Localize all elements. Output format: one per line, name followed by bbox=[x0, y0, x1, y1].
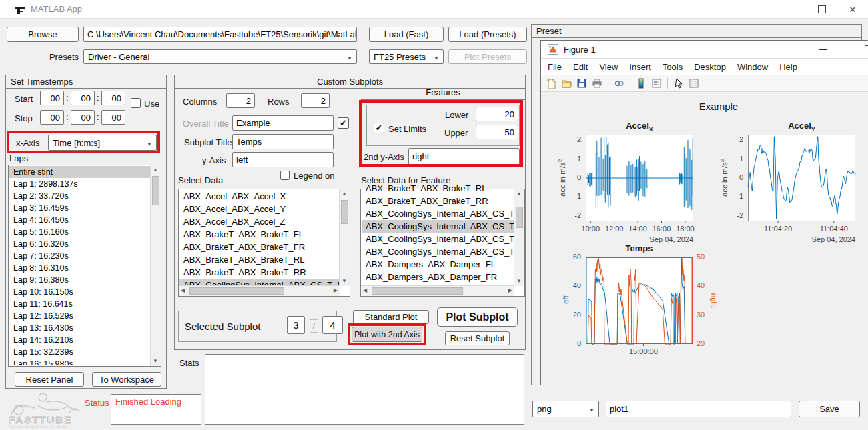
export-format-dropdown[interactable]: png bbox=[532, 401, 599, 417]
yaxis-field[interactable]: left bbox=[232, 152, 334, 167]
list-item[interactable]: ABX_BrakeT_ABX_BrakeT_RL bbox=[179, 253, 339, 266]
list-item[interactable]: ABX_Dampers_ABX_Damper_FR bbox=[362, 271, 514, 283]
menu-edit[interactable]: Edit bbox=[573, 62, 588, 72]
menu-tools[interactable]: Tools bbox=[663, 62, 683, 72]
file-path-field[interactable]: C:\Users\Vincent Chau\Documents\Fasttube… bbox=[83, 27, 357, 42]
list-item[interactable]: Lap 12: 16.529s bbox=[9, 310, 150, 322]
load-presets-button[interactable]: Load (Presets) bbox=[448, 27, 527, 42]
menu-desktop[interactable]: Desktop bbox=[694, 62, 726, 72]
subplot-total-field[interactable]: 4 bbox=[322, 316, 343, 334]
property-inspector-icon[interactable] bbox=[687, 77, 701, 90]
legend-checkbox[interactable] bbox=[280, 171, 290, 180]
select-data-hscrollbar[interactable] bbox=[179, 285, 340, 296]
figure-title-bar[interactable]: Figure 1 — bbox=[541, 41, 868, 59]
overall-title-checkbox[interactable] bbox=[338, 117, 349, 129]
scroll-right-icon[interactable] bbox=[334, 288, 338, 293]
standard-plot-button[interactable]: Standard Plot bbox=[353, 310, 429, 324]
scroll-thumb[interactable] bbox=[516, 207, 523, 228]
list-item[interactable]: ABX_BrakeT_ABX_BrakeT_FL bbox=[179, 228, 339, 241]
stop-hours-field[interactable]: 00 bbox=[40, 110, 64, 125]
preset-dropdown[interactable]: Driver - General bbox=[83, 49, 357, 64]
list-item[interactable]: ABX_BrakeT_ABX_BrakeT_FR bbox=[179, 241, 339, 253]
list-item[interactable]: Lap 5: 16.160s bbox=[9, 226, 150, 238]
list-item[interactable]: ABX_BrakeT_ABX_BrakeT_RL bbox=[362, 182, 514, 195]
laps-listbox[interactable]: Entire stintLap 1: 2898.137sLap 2: 33.72… bbox=[8, 165, 161, 367]
list-item[interactable]: ABX_CoolingSys_Internal_ABX_CS_T_Inv bbox=[362, 220, 514, 233]
list-item[interactable]: ABX_CoolingSys_Internal_ABX_CS_T_Mo bbox=[362, 233, 514, 245]
feature-data-listbox[interactable]: ABX_BrakeT_ABX_BrakeT_RLABX_BrakeT_ABX_B… bbox=[360, 189, 525, 297]
overall-title-field[interactable]: Example bbox=[232, 115, 334, 131]
select-data-listbox[interactable]: ABX_Accel_ABX_Accel_XABX_Accel_ABX_Accel… bbox=[178, 189, 350, 297]
print-icon[interactable] bbox=[590, 77, 604, 90]
set-limits-checkbox[interactable] bbox=[374, 123, 384, 133]
colorbar-icon[interactable] bbox=[634, 77, 648, 90]
list-item[interactable]: Lap 8: 16.310s bbox=[9, 262, 150, 274]
list-item[interactable]: Lap 9: 16.380s bbox=[9, 274, 150, 286]
list-item[interactable]: Lap 7: 16.230s bbox=[9, 250, 150, 262]
legend-icon[interactable] bbox=[650, 77, 663, 90]
scroll-left-icon[interactable] bbox=[181, 288, 185, 293]
list-item[interactable]: ABX_Dampers_ABX_Damper_FL bbox=[362, 258, 514, 271]
scroll-right-icon[interactable] bbox=[508, 288, 512, 293]
stop-seconds-field[interactable]: 00 bbox=[101, 110, 125, 125]
scroll-thumb[interactable] bbox=[189, 287, 284, 295]
list-item[interactable]: ABX_Accel_ABX_Accel_X bbox=[179, 190, 339, 203]
feature-hscrollbar[interactable] bbox=[361, 285, 514, 296]
start-minutes-field[interactable]: 00 bbox=[71, 91, 95, 105]
list-item[interactable]: Lap 13: 16.430s bbox=[9, 322, 150, 334]
list-item[interactable]: ABX_BrakeT_ABX_BrakeT_RR bbox=[179, 266, 339, 279]
reset-subplot-button[interactable]: Reset Subplot bbox=[445, 331, 510, 345]
menu-window[interactable]: Window bbox=[737, 62, 768, 72]
list-item[interactable]: ABX_Accel_ABX_Accel_Z bbox=[179, 215, 339, 228]
figure-minimize-button[interactable]: — bbox=[819, 45, 827, 54]
edit-plot-cursor-icon[interactable] bbox=[672, 77, 685, 90]
close-button[interactable] bbox=[837, 0, 868, 19]
new-figure-icon[interactable] bbox=[544, 77, 558, 90]
start-hours-field[interactable]: 00 bbox=[40, 91, 64, 105]
menu-help[interactable]: Help bbox=[779, 62, 797, 72]
use-checkbox[interactable] bbox=[131, 98, 141, 108]
scroll-down-icon[interactable] bbox=[342, 279, 347, 284]
rows-field[interactable]: 2 bbox=[301, 93, 330, 108]
stats-box[interactable] bbox=[205, 354, 524, 425]
list-item[interactable]: Lap 11: 16.641s bbox=[9, 298, 150, 310]
save-figure-icon[interactable] bbox=[575, 77, 588, 90]
minimize-button[interactable] bbox=[776, 0, 807, 19]
scroll-thumb[interactable] bbox=[372, 287, 463, 295]
xaxis-dropdown[interactable]: Time [h:m:s] bbox=[48, 135, 157, 151]
save-button[interactable]: Save bbox=[799, 401, 860, 417]
upper-field[interactable]: 50 bbox=[476, 125, 518, 139]
list-item[interactable]: Lap 1: 2898.137s bbox=[9, 178, 150, 190]
columns-field[interactable]: 2 bbox=[226, 93, 255, 108]
laps-scrollbar[interactable] bbox=[150, 165, 161, 366]
list-item[interactable]: Lap 3: 16.459s bbox=[9, 202, 150, 214]
link-plot-icon[interactable] bbox=[612, 77, 626, 90]
scroll-thumb[interactable] bbox=[341, 200, 348, 224]
plot-with-2nd-axis-button[interactable]: Plot with 2nd Axis bbox=[352, 327, 422, 342]
list-item[interactable]: Lap 4: 16.450s bbox=[9, 214, 150, 226]
feature-vscrollbar[interactable] bbox=[514, 189, 524, 286]
browse-button[interactable]: Browse bbox=[7, 27, 79, 42]
maximize-button[interactable] bbox=[807, 0, 837, 19]
list-item[interactable]: Lap 16: 15.980s bbox=[9, 358, 150, 365]
scroll-down-icon[interactable] bbox=[153, 359, 158, 364]
to-workspace-button[interactable]: To Workspace bbox=[92, 372, 161, 387]
scroll-up-icon[interactable] bbox=[516, 191, 522, 197]
scroll-thumb[interactable] bbox=[152, 176, 159, 205]
menu-insert[interactable]: Insert bbox=[629, 62, 651, 72]
subplot-title-field[interactable]: Temps bbox=[232, 134, 334, 149]
list-item[interactable]: ABX_CoolingSys_Internal_ABX_CS_T_InvL bbox=[179, 279, 339, 285]
scroll-left-icon[interactable] bbox=[363, 288, 367, 293]
second-y-field[interactable]: right bbox=[408, 148, 520, 165]
list-item[interactable]: ABX_CoolingSys_Internal_ABX_CS_T_Mo bbox=[362, 245, 514, 258]
menu-file[interactable]: File bbox=[548, 62, 562, 72]
plot-subplot-button[interactable]: Plot Subplot bbox=[437, 307, 518, 327]
scroll-down-icon[interactable] bbox=[516, 279, 522, 284]
reset-panel-button[interactable]: Reset Panel bbox=[15, 372, 84, 387]
figure-maximize-button[interactable] bbox=[865, 45, 868, 53]
scroll-up-icon[interactable] bbox=[153, 167, 158, 173]
list-item[interactable]: Entire stint bbox=[9, 166, 150, 178]
select-data-vscrollbar[interactable] bbox=[339, 189, 350, 286]
list-item[interactable]: Lap 14: 16.210s bbox=[9, 334, 150, 346]
list-item[interactable]: ABX_CoolingSys_Internal_ABX_CS_T_Inv bbox=[362, 207, 514, 220]
